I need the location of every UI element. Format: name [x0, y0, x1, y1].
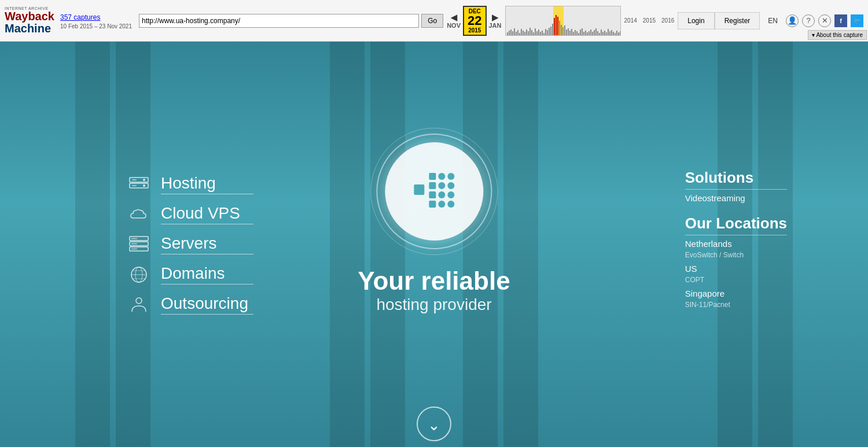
login-button[interactable]: Login	[678, 12, 714, 29]
next-arrow[interactable]: ▶	[491, 13, 499, 22]
current-date: DEC 22 2015	[463, 6, 486, 36]
year-2016: 2016	[661, 17, 674, 24]
wayback-text: Wayback	[5, 10, 54, 23]
svg-rect-36	[566, 29, 567, 35]
svg-rect-91	[439, 173, 446, 180]
svg-rect-38	[569, 31, 571, 35]
svg-rect-90	[429, 201, 436, 208]
svg-rect-30	[556, 15, 557, 35]
servers-label: Servers	[161, 234, 253, 254]
svg-rect-16	[531, 30, 532, 35]
svg-rect-21	[540, 32, 541, 35]
center-logo-area: Your reliable hosting provider	[358, 134, 510, 314]
svg-rect-63	[613, 32, 614, 35]
corridor-1	[75, 42, 110, 447]
location-us: US COPT	[685, 264, 787, 284]
cloud-vps-label: Cloud VPS	[161, 204, 253, 224]
svg-rect-60	[608, 29, 609, 35]
svg-rect-65	[616, 31, 617, 35]
captures-info: 357 captures 10 Feb 2015 – 23 Nov 2021	[60, 12, 135, 29]
svg-rect-46	[583, 32, 584, 35]
svg-rect-26	[549, 28, 550, 35]
svg-rect-97	[448, 191, 455, 198]
svg-rect-33	[561, 25, 562, 35]
help-icon[interactable]: ?	[802, 14, 815, 27]
next-month: JAN	[489, 22, 502, 29]
solutions-section: Solutions Videostreaming	[685, 169, 787, 203]
svg-rect-40	[573, 32, 574, 35]
svg-rect-48	[587, 32, 588, 35]
svg-rect-44	[580, 29, 581, 35]
cloud-icon	[127, 203, 150, 226]
svg-rect-9	[519, 33, 520, 35]
facebook-icon[interactable]: f	[834, 14, 847, 27]
url-input[interactable]	[139, 14, 419, 28]
location-netherlands: Netherlands EvoSwitch / Switch	[685, 239, 787, 259]
nav-item-domains[interactable]: Domains	[127, 263, 253, 286]
svg-rect-43	[578, 33, 579, 35]
svg-rect-52	[594, 30, 595, 35]
about-capture-button[interactable]: ▾ About this capture	[808, 30, 867, 40]
curr-year: 2015	[468, 27, 481, 34]
svg-rect-31	[557, 17, 558, 35]
calendar: ◀ NOV DEC 22 2015 ▶ JAN	[447, 6, 501, 36]
svg-rect-55	[599, 33, 600, 35]
svg-rect-12	[524, 32, 525, 35]
svg-rect-11	[523, 31, 524, 35]
svg-rect-14	[528, 31, 529, 35]
captures-link[interactable]: 357 captures	[60, 13, 100, 21]
svg-rect-57	[602, 32, 604, 35]
prev-arrow[interactable]: ◀	[450, 13, 458, 22]
nav-item-cloud-vps[interactable]: Cloud VPS	[127, 203, 253, 226]
svg-rect-10	[521, 29, 522, 35]
svg-rect-32	[559, 21, 560, 35]
svg-rect-27	[550, 27, 551, 35]
us-name: US	[685, 264, 787, 274]
person-icon	[127, 293, 150, 316]
svg-rect-37	[568, 28, 569, 35]
scroll-down-button[interactable]: ⌄	[417, 407, 451, 441]
svg-rect-88	[429, 182, 436, 189]
svg-rect-25	[547, 30, 548, 35]
svg-point-85	[136, 298, 142, 304]
twitter-icon[interactable]: 🐦	[851, 14, 863, 27]
nav-item-servers[interactable]: Servers	[127, 233, 253, 256]
nav-item-outsourcing[interactable]: Outsourcing	[127, 293, 253, 316]
machine-text: Machine	[5, 22, 51, 35]
close-icon[interactable]: ✕	[818, 14, 831, 27]
register-button[interactable]: Register	[715, 12, 760, 29]
url-form: Go	[139, 14, 443, 28]
circle-inner	[385, 142, 483, 241]
toolbar-icons: 👤 ? ✕ f 🐦	[786, 14, 863, 27]
language-selector[interactable]: EN	[768, 17, 778, 25]
svg-rect-98	[448, 201, 455, 208]
videostreaming-item[interactable]: Videostreaming	[685, 193, 787, 203]
right-panel: Solutions Videostreaming Our Locations N…	[685, 169, 787, 320]
timeline-chart	[505, 6, 621, 36]
svg-rect-35	[564, 25, 565, 35]
svg-rect-7	[516, 32, 517, 35]
go-button[interactable]: Go	[421, 14, 443, 28]
date-range: 10 Feb 2015 – 23 Nov 2021	[60, 23, 135, 29]
svg-rect-20	[538, 29, 539, 35]
svg-point-71	[143, 184, 145, 187]
globe-icon	[127, 263, 150, 286]
svg-rect-59	[606, 32, 607, 35]
tagline-line2: hosting provider	[358, 295, 510, 314]
nav-item-hosting[interactable]: Hosting	[127, 173, 253, 196]
svg-rect-51	[592, 32, 593, 35]
svg-rect-62	[611, 30, 612, 35]
svg-rect-5	[512, 31, 513, 35]
svg-rect-28	[552, 24, 553, 35]
svg-rect-34	[562, 27, 564, 35]
svg-rect-53	[595, 28, 597, 35]
logo-circle-container	[376, 134, 492, 249]
svg-rect-39	[571, 29, 572, 35]
svg-rect-4	[510, 29, 512, 35]
svg-rect-3	[509, 31, 510, 35]
curr-day: 22	[468, 14, 481, 27]
user-icon[interactable]: 👤	[786, 14, 799, 27]
servers-icon	[127, 233, 150, 256]
tagline-line1: Your reliable	[358, 267, 510, 295]
svg-rect-17	[533, 32, 534, 35]
